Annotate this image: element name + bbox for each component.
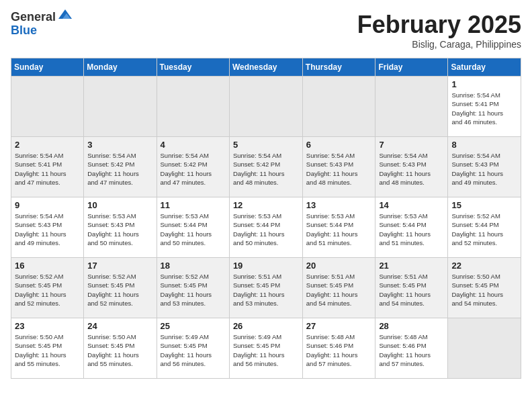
day-info: Sunrise: 5:52 AM Sunset: 5:44 PM Dayligh… [451,212,503,246]
calendar-day-cell: 23Sunrise: 5:50 AM Sunset: 5:45 PM Dayli… [11,318,84,379]
day-number: 13 [306,200,372,210]
calendar-week-row: 1Sunrise: 5:54 AM Sunset: 5:41 PM Daylig… [11,77,521,137]
weekday-header: Monday [84,58,157,77]
day-info: Sunrise: 5:51 AM Sunset: 5:45 PM Dayligh… [233,273,285,307]
day-info: Sunrise: 5:49 AM Sunset: 5:45 PM Dayligh… [233,333,285,367]
calendar-day-cell: 5Sunrise: 5:54 AM Sunset: 5:42 PM Daylig… [229,137,302,197]
day-info: Sunrise: 5:52 AM Sunset: 5:45 PM Dayligh… [15,273,66,307]
day-number: 24 [87,321,152,331]
day-info: Sunrise: 5:50 AM Sunset: 5:45 PM Dayligh… [15,333,66,367]
day-info: Sunrise: 5:51 AM Sunset: 5:45 PM Dayligh… [379,273,431,307]
day-info: Sunrise: 5:54 AM Sunset: 5:41 PM Dayligh… [451,91,503,126]
calendar-day-cell: 27Sunrise: 5:48 AM Sunset: 5:46 PM Dayli… [302,318,375,379]
weekday-header: Saturday [448,58,521,77]
logo-blue-text: Blue [11,24,73,38]
day-number: 10 [87,200,152,210]
calendar-day-cell: 26Sunrise: 5:49 AM Sunset: 5:45 PM Dayli… [229,318,302,379]
day-info: Sunrise: 5:53 AM Sunset: 5:43 PM Dayligh… [87,212,139,246]
day-info: Sunrise: 5:48 AM Sunset: 5:46 PM Dayligh… [379,333,431,367]
day-info: Sunrise: 5:54 AM Sunset: 5:42 PM Dayligh… [87,152,139,186]
logo-general-text: General [11,11,56,24]
calendar-week-row: 23Sunrise: 5:50 AM Sunset: 5:45 PM Dayli… [11,318,521,379]
calendar-day-cell: 7Sunrise: 5:54 AM Sunset: 5:43 PM Daylig… [375,137,448,197]
calendar-day-cell [84,77,157,137]
calendar-day-cell: 16Sunrise: 5:52 AM Sunset: 5:45 PM Dayli… [11,258,84,318]
day-number: 5 [233,140,299,150]
day-info: Sunrise: 5:53 AM Sunset: 5:44 PM Dayligh… [161,212,212,246]
logo-icon [57,7,73,23]
day-number: 11 [161,200,226,210]
day-number: 1 [451,79,517,89]
day-info: Sunrise: 5:54 AM Sunset: 5:41 PM Dayligh… [15,152,66,186]
day-number: 14 [379,200,444,210]
calendar-day-cell [11,77,84,137]
location: Bislig, Caraga, Philippines [357,39,521,50]
calendar-day-cell: 19Sunrise: 5:51 AM Sunset: 5:45 PM Dayli… [229,258,302,318]
day-info: Sunrise: 5:54 AM Sunset: 5:43 PM Dayligh… [15,212,66,246]
calendar-day-cell: 28Sunrise: 5:48 AM Sunset: 5:46 PM Dayli… [375,318,448,379]
day-number: 15 [451,200,517,210]
calendar-day-cell: 20Sunrise: 5:51 AM Sunset: 5:45 PM Dayli… [302,258,375,318]
calendar-day-cell: 22Sunrise: 5:50 AM Sunset: 5:45 PM Dayli… [448,258,521,318]
day-number: 2 [15,140,80,150]
day-info: Sunrise: 5:49 AM Sunset: 5:45 PM Dayligh… [161,333,212,367]
calendar-day-cell [375,77,448,137]
calendar-day-cell: 4Sunrise: 5:54 AM Sunset: 5:42 PM Daylig… [157,137,229,197]
calendar-header-row: SundayMondayTuesdayWednesdayThursdayFrid… [11,58,521,77]
day-number: 27 [306,321,372,331]
calendar-day-cell: 1Sunrise: 5:54 AM Sunset: 5:41 PM Daylig… [448,77,521,137]
calendar-day-cell: 17Sunrise: 5:52 AM Sunset: 5:45 PM Dayli… [84,258,157,318]
day-number: 21 [379,261,444,271]
day-info: Sunrise: 5:48 AM Sunset: 5:46 PM Dayligh… [306,333,358,367]
calendar-table: SundayMondayTuesdayWednesdayThursdayFrid… [11,58,521,379]
day-info: Sunrise: 5:52 AM Sunset: 5:45 PM Dayligh… [87,273,139,307]
logo: General Blue [11,11,73,38]
calendar-day-cell: 2Sunrise: 5:54 AM Sunset: 5:41 PM Daylig… [11,137,84,197]
calendar-day-cell: 6Sunrise: 5:54 AM Sunset: 5:43 PM Daylig… [302,137,375,197]
weekday-header: Wednesday [229,58,302,77]
calendar-day-cell: 9Sunrise: 5:54 AM Sunset: 5:43 PM Daylig… [11,197,84,258]
calendar-day-cell [229,77,302,137]
calendar-day-cell: 15Sunrise: 5:52 AM Sunset: 5:44 PM Dayli… [448,197,521,258]
day-info: Sunrise: 5:53 AM Sunset: 5:44 PM Dayligh… [306,212,358,246]
day-info: Sunrise: 5:54 AM Sunset: 5:43 PM Dayligh… [306,152,358,186]
weekday-header: Sunday [11,58,84,77]
day-number: 22 [451,261,517,271]
day-info: Sunrise: 5:51 AM Sunset: 5:45 PM Dayligh… [306,273,358,307]
calendar-day-cell: 3Sunrise: 5:54 AM Sunset: 5:42 PM Daylig… [84,137,157,197]
day-number: 25 [161,321,226,331]
calendar-day-cell: 10Sunrise: 5:53 AM Sunset: 5:43 PM Dayli… [84,197,157,258]
calendar-day-cell: 18Sunrise: 5:52 AM Sunset: 5:45 PM Dayli… [157,258,229,318]
day-number: 26 [233,321,299,331]
weekday-header: Thursday [302,58,375,77]
calendar-day-cell: 8Sunrise: 5:54 AM Sunset: 5:43 PM Daylig… [448,137,521,197]
calendar-week-row: 2Sunrise: 5:54 AM Sunset: 5:41 PM Daylig… [11,137,521,197]
day-number: 19 [233,261,299,271]
day-number: 8 [451,140,517,150]
day-number: 28 [379,321,444,331]
calendar-week-row: 9Sunrise: 5:54 AM Sunset: 5:43 PM Daylig… [11,197,521,258]
calendar-day-cell: 14Sunrise: 5:53 AM Sunset: 5:44 PM Dayli… [375,197,448,258]
day-number: 7 [379,140,444,150]
calendar-week-row: 16Sunrise: 5:52 AM Sunset: 5:45 PM Dayli… [11,258,521,318]
calendar-day-cell: 25Sunrise: 5:49 AM Sunset: 5:45 PM Dayli… [157,318,229,379]
day-info: Sunrise: 5:53 AM Sunset: 5:44 PM Dayligh… [379,212,431,246]
calendar-day-cell: 12Sunrise: 5:53 AM Sunset: 5:44 PM Dayli… [229,197,302,258]
day-info: Sunrise: 5:50 AM Sunset: 5:45 PM Dayligh… [87,333,139,367]
title-block: February 2025 Bislig, Caraga, Philippine… [357,11,521,50]
day-number: 3 [87,140,152,150]
day-info: Sunrise: 5:53 AM Sunset: 5:44 PM Dayligh… [233,212,285,246]
calendar-day-cell: 24Sunrise: 5:50 AM Sunset: 5:45 PM Dayli… [84,318,157,379]
calendar-day-cell [157,77,229,137]
calendar-day-cell [302,77,375,137]
day-info: Sunrise: 5:50 AM Sunset: 5:45 PM Dayligh… [451,273,503,307]
day-info: Sunrise: 5:54 AM Sunset: 5:43 PM Dayligh… [379,152,431,186]
calendar-day-cell: 11Sunrise: 5:53 AM Sunset: 5:44 PM Dayli… [157,197,229,258]
day-info: Sunrise: 5:54 AM Sunset: 5:42 PM Dayligh… [233,152,285,186]
day-number: 4 [161,140,226,150]
day-info: Sunrise: 5:54 AM Sunset: 5:43 PM Dayligh… [451,152,503,186]
day-info: Sunrise: 5:52 AM Sunset: 5:45 PM Dayligh… [161,273,212,307]
page-header: General Blue February 2025 Bislig, Carag… [11,11,521,50]
calendar-day-cell: 21Sunrise: 5:51 AM Sunset: 5:45 PM Dayli… [375,258,448,318]
day-number: 9 [15,200,80,210]
